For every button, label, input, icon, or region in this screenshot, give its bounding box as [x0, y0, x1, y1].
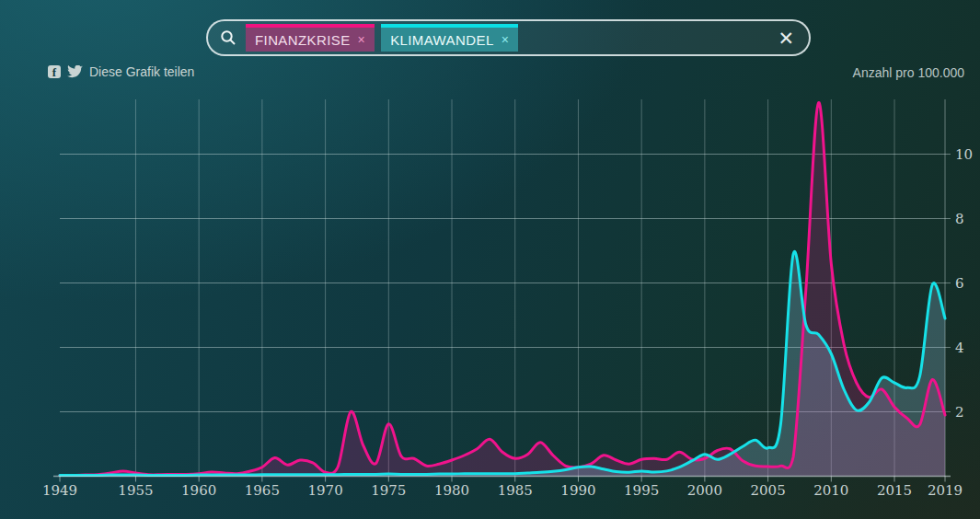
facebook-icon[interactable]: f: [48, 65, 61, 78]
x-tick-label: 2005: [751, 482, 786, 499]
twitter-icon[interactable]: [67, 65, 83, 78]
x-tick-label: 2000: [687, 482, 722, 499]
y-tick-label: 10: [955, 146, 973, 163]
x-tick-label: 1985: [498, 482, 533, 499]
clear-search-button[interactable]: ✕: [770, 29, 809, 48]
search-tags: FINANZKRISE × KLIMAWANDEL ×: [246, 24, 518, 52]
x-tick-label: 1990: [560, 482, 595, 499]
x-tick-label: 1960: [181, 482, 216, 499]
y-axis-unit-label: Anzahl pro 100.000: [853, 65, 964, 80]
x-tick-label: 1975: [371, 482, 406, 499]
search-input[interactable]: [518, 20, 770, 55]
remove-tag-icon[interactable]: ×: [502, 33, 510, 46]
app-root: 2468101949195519601965197019751980198519…: [0, 0, 980, 519]
y-tick-label: 2: [955, 404, 964, 421]
share-label: Diese Grafik teilen: [89, 64, 194, 79]
tag-label: FINANZKRISE: [255, 32, 351, 48]
search-icon: [220, 29, 236, 46]
x-tick-label: 2015: [877, 482, 912, 499]
y-tick-label: 6: [955, 275, 964, 292]
x-tick-label: 1955: [118, 482, 153, 499]
remove-tag-icon[interactable]: ×: [358, 33, 366, 46]
x-tick-label: 1995: [624, 482, 659, 499]
search-tag-klimawandel[interactable]: KLIMAWANDEL ×: [381, 24, 518, 52]
search-tag-finanzkrise[interactable]: FINANZKRISE ×: [246, 24, 375, 52]
x-tick-label: 1980: [434, 482, 469, 499]
x-tick-label: 1949: [42, 482, 77, 499]
x-tick-label: 1965: [245, 482, 280, 499]
x-tick-label: 2019: [928, 482, 963, 499]
search-bar[interactable]: FINANZKRISE × KLIMAWANDEL × ✕: [206, 19, 811, 56]
y-tick-label: 4: [955, 340, 964, 356]
x-tick-label: 2010: [813, 482, 848, 499]
y-tick-label: 8: [955, 211, 964, 227]
tag-label: KLIMAWANDEL: [390, 32, 493, 48]
share-row: f Diese Grafik teilen: [48, 64, 194, 79]
x-tick-label: 1970: [308, 482, 343, 499]
